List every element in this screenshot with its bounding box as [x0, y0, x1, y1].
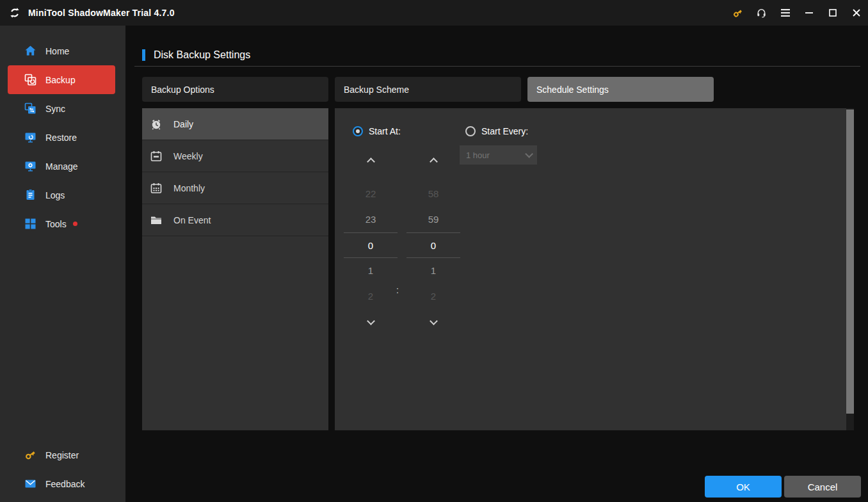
schedule-type-list: Daily Weekly	[142, 108, 328, 430]
app-logo-icon	[8, 6, 22, 20]
sidebar-item-label: Manage	[45, 161, 78, 172]
ok-button[interactable]: OK	[705, 476, 782, 498]
sidebar-item-manage[interactable]: Manage	[0, 152, 125, 181]
sidebar-item-backup[interactable]: Backup	[8, 65, 115, 94]
folder-icon	[150, 214, 163, 227]
sidebar-item-label: Logs	[45, 190, 65, 200]
sidebar-item-label: Register	[45, 450, 79, 460]
sidebar: Home Backup Sync	[0, 26, 125, 502]
schedule-item-label: Monthly	[173, 183, 205, 193]
maximize-icon[interactable]	[821, 0, 844, 26]
schedule-item-monthly[interactable]: Monthly	[142, 172, 328, 204]
sidebar-item-logs[interactable]: Logs	[0, 181, 125, 209]
hour-down-icon[interactable]	[367, 317, 375, 325]
logs-icon	[24, 189, 36, 201]
page-title: Disk Backup Settings	[154, 49, 250, 61]
start-at-radio-group[interactable]: Start At:	[353, 126, 401, 136]
start-every-radio-group[interactable]: Start Every:	[465, 126, 528, 136]
sidebar-item-tools[interactable]: Tools	[0, 209, 125, 238]
sidebar-item-sync[interactable]: Sync	[0, 94, 125, 123]
window-title: MiniTool ShadowMaker Trial 4.7.0	[28, 8, 175, 18]
manage-icon	[24, 160, 36, 172]
daily-schedule-panel: Start At: Start Every: 1 hour 22 23 0 1 …	[335, 108, 854, 430]
minimize-icon[interactable]	[797, 0, 821, 26]
titlebar: MiniTool ShadowMaker Trial 4.7.0	[0, 0, 868, 26]
calendar-month-icon	[150, 182, 163, 195]
home-icon	[24, 45, 36, 57]
panel-scrollbar[interactable]	[846, 108, 854, 430]
sync-icon	[24, 102, 36, 115]
sidebar-item-label: Sync	[45, 104, 65, 114]
sidebar-bottom: Register Feedback	[0, 441, 125, 498]
accent-bar	[142, 49, 145, 61]
settings-tabs: Backup Options Backup Scheme Schedule Se…	[142, 77, 720, 102]
calendar-week-icon	[150, 150, 163, 163]
sidebar-item-label: Tools	[45, 219, 67, 229]
hour-value[interactable]: 23	[344, 207, 398, 232]
minute-value[interactable]: 2	[406, 284, 460, 309]
hour-value[interactable]: 22	[344, 181, 398, 207]
minute-down-icon[interactable]	[430, 317, 438, 325]
interval-dropdown[interactable]: 1 hour	[460, 145, 537, 165]
minute-values: 58 59 0 1 2	[406, 181, 460, 309]
scrollbar-thumb[interactable]	[846, 109, 854, 414]
chevron-down-icon	[525, 150, 533, 158]
cancel-button[interactable]: Cancel	[784, 476, 861, 498]
hour-up-icon[interactable]	[367, 158, 375, 166]
alarm-clock-icon	[150, 118, 163, 131]
start-at-label: Start At:	[369, 126, 401, 136]
schedule-item-on-event[interactable]: On Event	[142, 204, 328, 236]
minute-up-icon[interactable]	[430, 158, 438, 166]
close-icon[interactable]	[844, 0, 868, 26]
support-headset-icon[interactable]	[750, 0, 773, 26]
tab-schedule-settings[interactable]: Schedule Settings	[527, 77, 714, 102]
tab-backup-scheme[interactable]: Backup Scheme	[335, 77, 521, 102]
schedule-item-weekly[interactable]: Weekly	[142, 140, 328, 172]
page-header: Disk Backup Settings	[142, 49, 250, 61]
time-separator: :	[389, 277, 406, 303]
sidebar-item-label: Feedback	[45, 479, 84, 489]
main-content: Disk Backup Settings Backup Options Back…	[125, 26, 868, 502]
minute-value[interactable]: 59	[406, 207, 460, 232]
sidebar-item-home[interactable]: Home	[0, 36, 125, 65]
sidebar-item-label: Restore	[45, 133, 77, 143]
sidebar-item-label: Backup	[45, 75, 76, 85]
tools-icon	[24, 218, 36, 230]
envelope-icon	[24, 478, 36, 490]
schedule-item-label: Weekly	[173, 151, 203, 161]
start-every-label: Start Every:	[481, 126, 528, 136]
tools-notification-dot	[73, 222, 77, 226]
schedule-item-daily[interactable]: Daily	[142, 108, 328, 140]
menu-icon[interactable]	[773, 0, 797, 26]
restore-icon	[24, 131, 36, 143]
dialog-buttons: OK Cancel	[705, 476, 861, 498]
minute-value-selected[interactable]: 0	[406, 232, 460, 258]
minute-value[interactable]: 1	[406, 258, 460, 284]
minute-spinner: 58 59 0 1 2	[406, 156, 460, 327]
sidebar-item-register[interactable]: Register	[0, 441, 125, 469]
interval-value: 1 hour	[466, 150, 490, 160]
schedule-item-label: On Event	[173, 215, 211, 225]
tab-label: Backup Scheme	[344, 85, 409, 95]
register-key-icon	[24, 449, 36, 461]
tab-label: Schedule Settings	[536, 85, 609, 95]
license-key-icon[interactable]	[726, 0, 750, 26]
backup-icon	[24, 74, 36, 86]
sidebar-item-restore[interactable]: Restore	[0, 123, 125, 152]
sidebar-item-label: Home	[45, 46, 69, 56]
minute-value[interactable]: 58	[406, 181, 460, 207]
tab-label: Backup Options	[151, 85, 214, 95]
header-divider	[134, 66, 860, 67]
app-window: MiniTool ShadowMaker Trial 4.7.0	[0, 0, 868, 502]
schedule-item-label: Daily	[173, 119, 193, 129]
hour-value-selected[interactable]: 0	[344, 232, 398, 258]
tab-backup-options[interactable]: Backup Options	[142, 77, 328, 102]
start-every-radio[interactable]	[465, 126, 476, 136]
start-at-radio[interactable]	[353, 126, 363, 136]
sidebar-item-feedback[interactable]: Feedback	[0, 469, 125, 498]
